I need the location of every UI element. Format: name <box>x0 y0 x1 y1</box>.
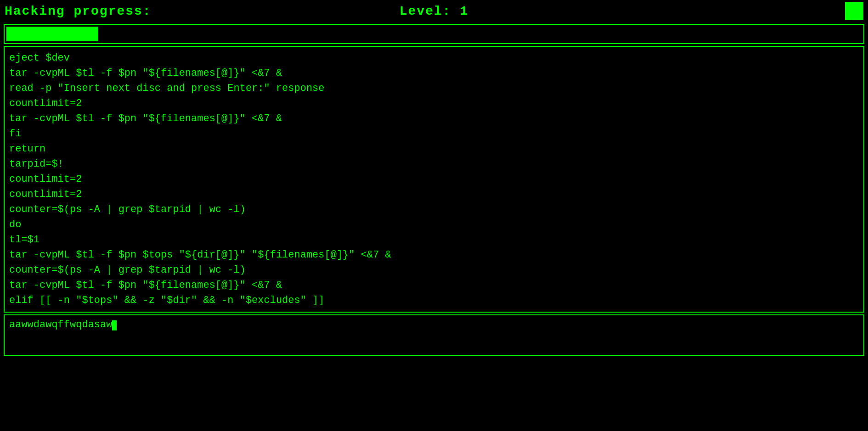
terminal-input-container[interactable]: aawwdawqffwqdasaw <box>4 314 864 356</box>
progress-bar-fill <box>6 27 98 41</box>
header-right <box>845 2 863 20</box>
terminal-line: eject $dev <box>9 50 859 66</box>
terminal-line: fi <box>9 126 859 141</box>
terminal-line: tar -cvpML $tl -f $pn "${filenames[@]}" … <box>9 111 859 126</box>
terminal-line: tarpid=$! <box>9 157 859 172</box>
terminal-line: return <box>9 141 859 157</box>
terminal-line: countlimit=2 <box>9 96 859 111</box>
terminal-line: countlimit=2 <box>9 187 859 202</box>
terminal-output: eject $devtar -cvpML $tl -f $pn "${filen… <box>4 46 864 313</box>
terminal-line: elif [[ -n "$tops" && -z "$dir" && -n "$… <box>9 293 859 308</box>
terminal-line: tl=$1 <box>9 232 859 247</box>
terminal-line: counter=$(ps -A | grep $tarpid | wc -l) <box>9 202 859 217</box>
terminal-line: countlimit=2 <box>9 172 859 187</box>
hacking-progress-label: Hacking progress: <box>5 4 152 18</box>
cursor <box>112 320 117 330</box>
level-label: Level: 1 <box>400 4 468 18</box>
status-indicator <box>845 2 863 20</box>
terminal-line: counter=$(ps -A | grep $tarpid | wc -l) <box>9 263 859 278</box>
progress-bar-container <box>4 24 864 44</box>
terminal-line: tar -cvpML $tl -f $pn "${filenames[@]}" … <box>9 278 859 293</box>
terminal-line: tar -cvpML $tl -f $pn "${filenames[@]}" … <box>9 66 859 81</box>
terminal-input-text: aawwdawqffwqdasaw <box>9 319 112 330</box>
terminal-line: do <box>9 217 859 232</box>
header: Hacking progress: Level: 1 <box>0 0 868 22</box>
terminal-line: read -p "Insert next disc and press Ente… <box>9 81 859 96</box>
terminal-line: tar -cvpML $tl -f $pn $tops "${dir[@]}" … <box>9 247 859 263</box>
